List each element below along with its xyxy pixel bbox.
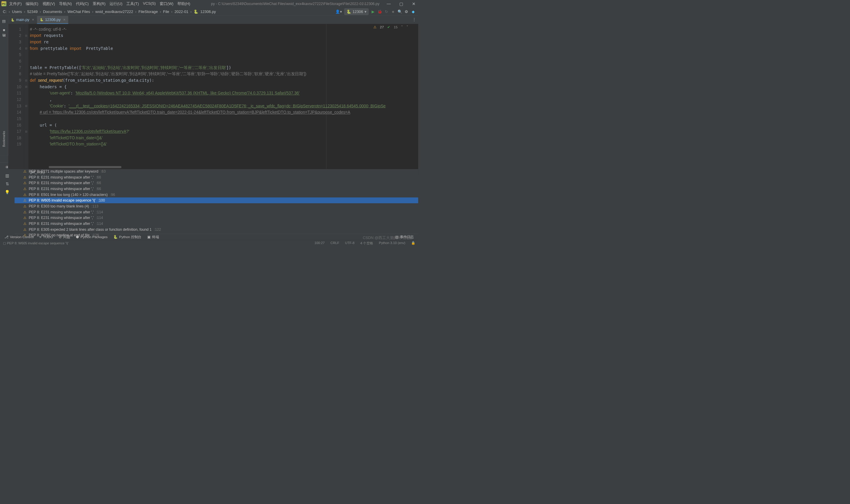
bookmarks-tool[interactable]: Bookmarks xyxy=(2,131,6,147)
menu-view[interactable]: 视图(V) xyxy=(42,1,55,6)
maximize-button[interactable]: ▢ xyxy=(398,1,405,6)
expand-icon[interactable]: ▥ xyxy=(5,173,9,178)
minimize-button[interactable]: — xyxy=(385,1,392,6)
problem-text: PEP 8: E231 missing whitespace after ',' xyxy=(29,175,94,179)
menu-run[interactable]: 运行(U) xyxy=(109,1,122,6)
warning-icon: ⚠ xyxy=(23,204,26,208)
problem-text: PEP 8: E231 missing whitespace after ',' xyxy=(29,216,94,220)
console-tool[interactable]: 🐍Python 控制台 xyxy=(113,235,141,239)
close-tab-icon[interactable]: × xyxy=(32,18,34,22)
problem-text: PEP 8: E305 expected 2 blank lines after… xyxy=(29,227,151,231)
crumb-2[interactable]: 52349 xyxy=(27,10,38,14)
tab-options-icon[interactable]: ⋮ xyxy=(410,15,418,24)
run-button[interactable]: ▶ xyxy=(371,10,375,14)
problem-location: :66 xyxy=(96,186,101,191)
menu-help[interactable]: 帮助(H) xyxy=(177,1,190,6)
version-control-tool[interactable]: ⎇Version Control xyxy=(4,235,34,239)
python-icon: 🐍 xyxy=(346,10,351,14)
tab-label: main.py xyxy=(16,18,30,22)
stop-button[interactable]: ■ xyxy=(391,10,395,14)
packages-tool[interactable]: ⬢Python Packages xyxy=(76,235,107,239)
crumb-8[interactable]: 2022-01 xyxy=(175,10,188,14)
problem-row[interactable]: ⚠PEP 8: E231 missing whitespace after ',… xyxy=(15,215,418,221)
debug-button[interactable]: 🐞 xyxy=(378,10,382,14)
menu-refactor[interactable]: 重构(R) xyxy=(93,1,105,6)
crumb-1[interactable]: Users xyxy=(12,10,22,14)
problem-row[interactable]: ⚠PEP 8: E271 multiple spaces after keywo… xyxy=(15,168,418,174)
menu-nav[interactable]: 导航(N) xyxy=(59,1,72,6)
commit-tool-icon[interactable]: ■ xyxy=(3,28,5,32)
crumb-0[interactable]: C: xyxy=(3,10,7,14)
warning-icon: ⚠ xyxy=(23,210,26,214)
problem-text: PEP 8: E231 missing whitespace after ',' xyxy=(29,210,94,214)
close-button[interactable]: ✕ xyxy=(411,1,417,6)
problem-row[interactable]: ⚠PEP 8: E305 expected 2 blank lines afte… xyxy=(15,227,418,233)
console-icon: 🐍 xyxy=(113,235,118,239)
chevron-down-icon[interactable]: ˅ xyxy=(406,25,408,30)
interpreter[interactable]: Python 3.10 (env) xyxy=(379,241,405,246)
menu-window[interactable]: 窗口(W) xyxy=(160,1,173,6)
status-msg: ▢ PEP 8: W605 invalid escape sequence '\… xyxy=(3,241,69,245)
crumb-5[interactable]: wxid_exx4kavsv27222 xyxy=(95,10,133,14)
code-content[interactable]: # -*- coding: utf-8 -*- import requests … xyxy=(28,24,418,169)
bulb-icon[interactable]: 💡 xyxy=(5,190,10,195)
chevron-up-icon[interactable]: ˄ xyxy=(401,25,403,30)
problem-row[interactable]: ⚠PEP 8: W292 no newline at end of file :… xyxy=(15,232,418,238)
indent[interactable]: 4 个空格 xyxy=(360,241,373,246)
crumb-6[interactable]: FileStorage xyxy=(139,10,158,14)
problem-location: :113 xyxy=(91,204,98,208)
crumb-3[interactable]: Documents xyxy=(43,10,62,14)
problem-location: :114 xyxy=(96,222,103,226)
project-tool-icon[interactable]: ▤ xyxy=(2,19,6,23)
settings-icon[interactable]: ⚙ xyxy=(404,10,409,14)
menu-file[interactable]: 文件(F) xyxy=(9,1,21,6)
problem-row[interactable]: ⚠PEP 8: E231 missing whitespace after ',… xyxy=(15,221,418,227)
problem-row[interactable]: ⚠PEP 8: W605 invalid escape sequence '\|… xyxy=(15,197,418,203)
lock-icon[interactable]: 🔒 xyxy=(411,241,415,246)
problem-text: PEP 8: E231 missing whitespace after ',' xyxy=(29,186,94,191)
inspection-widget[interactable]: ⚠27 ✔15 ˄ ˅ xyxy=(373,25,408,30)
add-user-icon[interactable]: 👤▾ xyxy=(335,10,342,14)
search-icon[interactable]: 🔍 xyxy=(398,10,402,14)
encoding[interactable]: UTF-8 xyxy=(345,241,355,246)
problem-row[interactable]: ⚠PEP 8: E231 missing whitespace after ',… xyxy=(15,186,418,192)
warning-icon: ⚠ xyxy=(23,216,26,220)
horizontal-scrollbar[interactable] xyxy=(49,166,121,168)
crumb-7[interactable]: File xyxy=(163,10,169,14)
problem-location: :114 xyxy=(96,210,103,214)
code-editor[interactable]: 12345678910111213141516171819 ⊟⊟⊟⊟⊟⊟ # -… xyxy=(8,24,418,169)
menu-code[interactable]: 代码(C) xyxy=(76,1,89,6)
tab-12306-py[interactable]: 🐍 12306.py × xyxy=(37,16,69,24)
tab-main-py[interactable]: 🐍 main.py × xyxy=(8,16,37,24)
problem-row[interactable]: ⚠PEP 8: E303 too many blank lines (4) :1… xyxy=(15,203,418,209)
problem-location: :66 xyxy=(96,181,101,185)
close-tab-icon[interactable]: × xyxy=(63,17,65,22)
problem-row[interactable]: ⚠PEP 8: E231 missing whitespace after ',… xyxy=(15,209,418,215)
problems-icon: ⊘ xyxy=(59,235,62,239)
fold-gutter[interactable]: ⊟⊟⊟⊟⊟⊟ xyxy=(24,24,29,169)
problems-tool[interactable]: ⊘问题 xyxy=(59,235,70,239)
codewithme-icon[interactable]: ◆ xyxy=(411,10,415,14)
problem-text: PEP 8: E231 missing whitespace after ',' xyxy=(29,222,94,226)
menu-edit[interactable]: 编辑(E) xyxy=(26,1,38,6)
cursor-position[interactable]: 100:27 xyxy=(314,241,325,246)
line-ending[interactable]: CRLF xyxy=(330,241,339,246)
crumb-4[interactable]: WeChat Files xyxy=(67,10,90,14)
coverage-button[interactable]: ↻ xyxy=(384,10,389,14)
warning-icon: ⚠ xyxy=(23,222,26,226)
python-file-icon: 🐍 xyxy=(11,18,15,21)
problems-list[interactable]: ⚠PEP 8: E302 expected 2 blank lines, fou… xyxy=(15,163,418,238)
terminal-tool[interactable]: ▣终端 xyxy=(147,235,159,239)
menu-tools[interactable]: 工具(T) xyxy=(126,1,139,6)
problem-row[interactable]: ⚠PEP 8: E231 missing whitespace after ',… xyxy=(15,180,418,186)
warning-icon: ⚠ xyxy=(23,181,26,185)
crumb-9[interactable]: 12306.py xyxy=(200,10,216,14)
menu-vcs[interactable]: VCS(S) xyxy=(143,1,156,6)
problem-row[interactable]: ⚠PEP 8: E231 missing whitespace after ',… xyxy=(15,174,418,180)
breadcrumb[interactable]: C:› Users› 52349› Documents› WeChat File… xyxy=(3,10,216,14)
problem-row[interactable]: ⚠PEP 8: E501 line too long (140 > 120 ch… xyxy=(15,192,418,197)
problem-location: :100 xyxy=(98,198,105,202)
run-config-selector[interactable]: 🐍 12306 ▾ xyxy=(344,8,368,15)
filter-icon[interactable]: ⇅ xyxy=(6,181,9,186)
todo-tool[interactable]: ≡TODO xyxy=(39,235,53,239)
